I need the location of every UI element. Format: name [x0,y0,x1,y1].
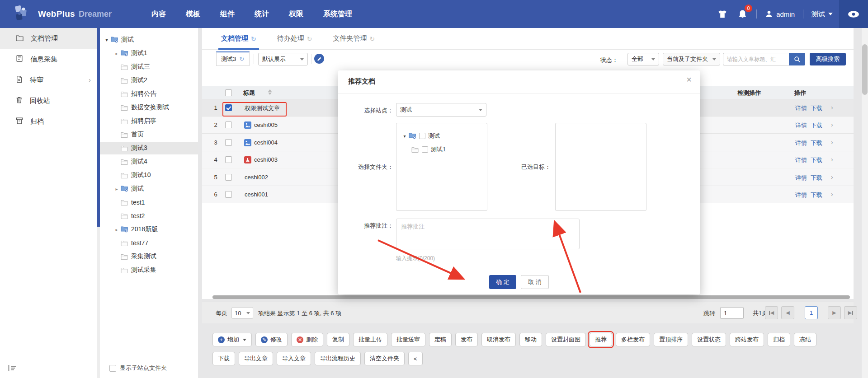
tree-scrollbar-thumb[interactable] [97,28,100,227]
last-page-button[interactable]: ▶ [844,306,857,319]
detail-link[interactable]: 详情 [795,191,807,199]
tree-node-test77[interactable]: test77 [100,237,198,249]
action-button-导出流程历史[interactable]: 导出流程历史 [315,352,361,365]
nav-menu-5[interactable]: 权限 [289,0,303,28]
tree-node-测试4[interactable]: 测试4 [100,155,198,168]
show-subsite-checkbox[interactable] [109,365,116,372]
action-button-修改[interactable]: ✎修改 [255,333,288,346]
nav-menu-4[interactable]: 统计 [255,0,269,28]
collapse-node-icon[interactable]: ▾ [401,134,408,139]
show-subsite-folders-option[interactable]: 显示子站点文件夹 [109,364,167,372]
action-button-导出文章[interactable]: 导出文章 [239,352,273,365]
refresh-icon[interactable]: ↻ [251,35,256,42]
article-title-link[interactable]: ceshi003 [254,156,278,163]
sidebar-item-归档[interactable]: 归档 [0,111,97,132]
refresh-icon[interactable]: ↻ [307,35,312,42]
action-button-跨站发布[interactable]: 跨站发布 [730,333,764,346]
dialog-tree-node-测试1[interactable]: 测试1 [411,144,446,155]
page-scrollbar-thumb[interactable] [862,44,868,95]
expand-node-icon[interactable]: ▸ [113,227,120,232]
action-button-取消发布[interactable]: 取消发布 [481,333,516,346]
action-button-清空文件夹[interactable]: 清空文件夹 [364,352,405,365]
download-link[interactable]: 下载 [811,191,822,199]
article-title-link[interactable]: 权限测试文章 [245,104,280,112]
action-button-置顶排序[interactable]: 置顶排序 [654,333,688,346]
search-input[interactable] [723,53,789,65]
page-scrollbar-track[interactable] [862,28,868,378]
refresh-icon[interactable]: ↻ [239,56,244,62]
scope-filter-select[interactable]: 当前及子文件夹 [663,53,720,65]
row-expand-chevron[interactable]: › [831,191,833,198]
sidebar-item-信息采集[interactable]: 信息采集 [0,49,97,70]
collapse-outline-icon[interactable] [8,364,16,373]
tree-node-测试三[interactable]: 测试三 [100,61,198,73]
action-button-设置封面图[interactable]: 设置封面图 [546,333,586,346]
tree-node-测试3[interactable]: 测试3 [100,142,198,154]
tab-文件夹管理[interactable]: 文件夹管理↻ [333,28,375,50]
node-checkbox[interactable] [419,133,425,139]
jump-page-input[interactable] [720,307,744,319]
download-link[interactable]: 下载 [811,121,822,130]
tree-node-测试10[interactable]: 测试10 [100,169,198,182]
tree-node-测试采集[interactable]: 测试采集 [100,264,198,276]
tree-node-测试2[interactable]: 测试2 [100,74,198,87]
action-button-归档[interactable]: 归档 [768,333,790,346]
theme-shirt-icon[interactable] [717,8,728,20]
action-button-设置状态[interactable]: 设置状态 [692,333,726,346]
search-button[interactable] [789,53,805,65]
action-button-多栏发布[interactable]: 多栏发布 [616,333,650,346]
tree-node-数据交换测试[interactable]: 数据交换测试 [100,101,198,114]
row-checkbox[interactable] [225,191,232,198]
dialog-tree-node-测试[interactable]: ▾测试 [401,131,440,141]
site-select[interactable]: 测试 [396,103,486,117]
nav-menu-3[interactable]: 组件 [220,0,235,28]
row-checkbox[interactable] [225,121,232,128]
page-size-select[interactable]: 10 [231,307,253,319]
detail-link[interactable]: 详情 [795,139,807,147]
nav-menu-6[interactable]: 系统管理 [323,0,352,28]
sidebar-item-文档管理[interactable]: 文档管理 [0,28,97,49]
article-title-link[interactable]: ceshi004 [254,139,278,146]
row-checkbox[interactable] [225,104,232,111]
tree-node-测试1[interactable]: ▸测试1 [100,47,198,60]
row-checkbox[interactable] [225,139,232,146]
detail-link[interactable]: 详情 [795,104,807,112]
article-title-link[interactable]: ceshi005 [254,121,278,128]
nav-menu-2[interactable]: 模板 [186,0,200,28]
detail-link[interactable]: 详情 [795,174,807,182]
cancel-button[interactable]: 取 消 [521,275,549,289]
tree-node-招聘公告[interactable]: 招聘公告 [100,88,198,100]
advanced-search-button[interactable]: 高级搜索 [810,53,846,65]
view-mode-select[interactable]: 默认展示 [258,53,308,65]
confirm-button[interactable]: 确 定 [489,275,516,289]
action-button-批量上传[interactable]: 批量上传 [353,333,387,346]
action-button-批量送审[interactable]: 批量送审 [391,333,425,346]
row-checkbox[interactable] [225,156,232,163]
tree-node-采集测试[interactable]: 采集测试 [100,250,198,263]
horizontal-scrollbar[interactable] [212,295,850,299]
row-expand-chevron[interactable]: › [831,104,833,111]
nav-menu-1[interactable]: 内容 [151,0,166,28]
user-menu[interactable]: admin [765,10,795,18]
next-page-button[interactable]: ▶ [828,306,841,319]
column-title[interactable]: 标题 [243,89,255,97]
expand-node-icon[interactable]: ▸ [113,51,120,56]
action-button-发布[interactable]: 发布 [455,333,478,346]
recommend-note-textarea[interactable] [396,219,580,249]
current-page-button[interactable]: 1 [805,306,818,319]
action-button-推荐[interactable]: 推荐 [590,333,612,346]
action-button-增加[interactable]: +增加 [212,333,252,346]
tree-node-测试[interactable]: ▾测试 [100,33,198,46]
node-checkbox[interactable] [422,146,428,153]
action-button-定稿[interactable]: 定稿 [429,333,452,346]
edit-view-button[interactable] [314,54,324,64]
sidebar-item-回收站[interactable]: 回收站 [0,90,97,111]
action-button-导入文章[interactable]: 导入文章 [277,352,311,365]
current-folder-tab[interactable]: 测试3 ↻ [216,51,250,66]
action-button-复制[interactable]: 复制 [327,333,349,346]
tab-文档管理[interactable]: 文档管理↻ [221,28,256,50]
tree-node-招聘启事[interactable]: 招聘启事 [100,115,198,127]
tree-node-test1[interactable]: test1 [100,196,198,209]
download-link[interactable]: 下载 [811,156,822,164]
row-expand-chevron[interactable]: › [831,121,833,128]
